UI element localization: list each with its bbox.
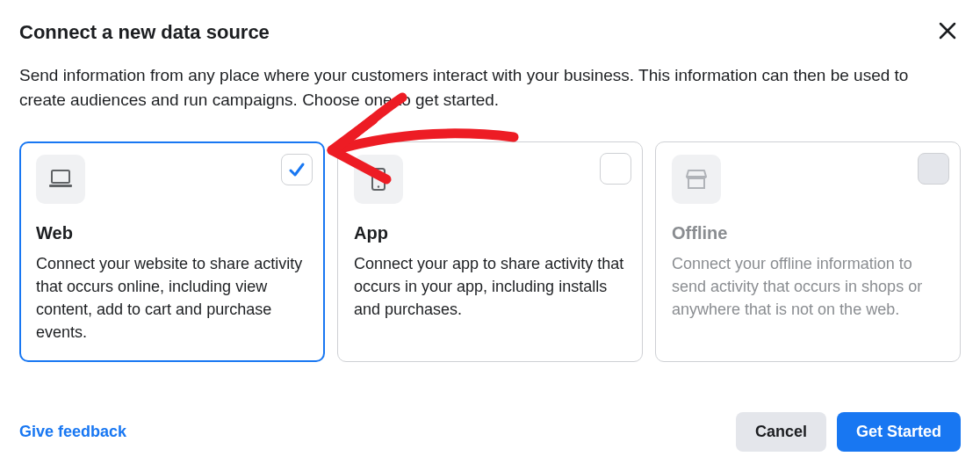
card-icon-tile — [36, 155, 85, 204]
dialog-header: Connect a new data source — [19, 18, 961, 47]
footer-buttons: Cancel Get Started — [736, 412, 961, 452]
card-title: App — [354, 223, 626, 243]
dialog-description: Send information from any place where yo… — [19, 63, 941, 112]
source-card-web[interactable]: Web Connect your website to share activi… — [19, 141, 325, 362]
close-icon — [938, 21, 957, 40]
svg-point-5 — [378, 185, 379, 187]
source-card-app[interactable]: App Connect your app to share activity t… — [337, 141, 643, 362]
cancel-button[interactable]: Cancel — [736, 412, 826, 452]
card-checkbox[interactable] — [600, 153, 631, 185]
feedback-link[interactable]: Give feedback — [19, 423, 126, 441]
card-icon-tile — [672, 155, 721, 204]
dialog-footer: Give feedback Cancel Get Started — [19, 412, 961, 452]
checkmark-icon — [287, 160, 306, 179]
svg-rect-6 — [688, 178, 704, 188]
card-checkbox[interactable] — [281, 154, 313, 185]
dialog-title: Connect a new data source — [19, 21, 270, 44]
card-text: Connect your offline information to send… — [672, 252, 944, 321]
get-started-button[interactable]: Get Started — [837, 412, 961, 452]
source-card-offline[interactable]: Offline Connect your offline information… — [655, 141, 961, 362]
mobile-icon — [371, 167, 386, 192]
card-text: Connect your app to share activity that … — [354, 252, 626, 321]
card-text: Connect your website to share activity t… — [36, 252, 308, 344]
laptop-icon — [47, 169, 74, 190]
svg-rect-2 — [52, 170, 69, 183]
card-checkbox — [918, 153, 949, 185]
card-icon-tile — [354, 155, 403, 204]
card-title: Web — [36, 223, 308, 243]
close-button[interactable] — [934, 18, 961, 47]
card-title: Offline — [672, 223, 944, 243]
source-cards-row: Web Connect your website to share activi… — [19, 141, 961, 362]
store-icon — [684, 168, 709, 191]
svg-rect-3 — [49, 185, 72, 187]
